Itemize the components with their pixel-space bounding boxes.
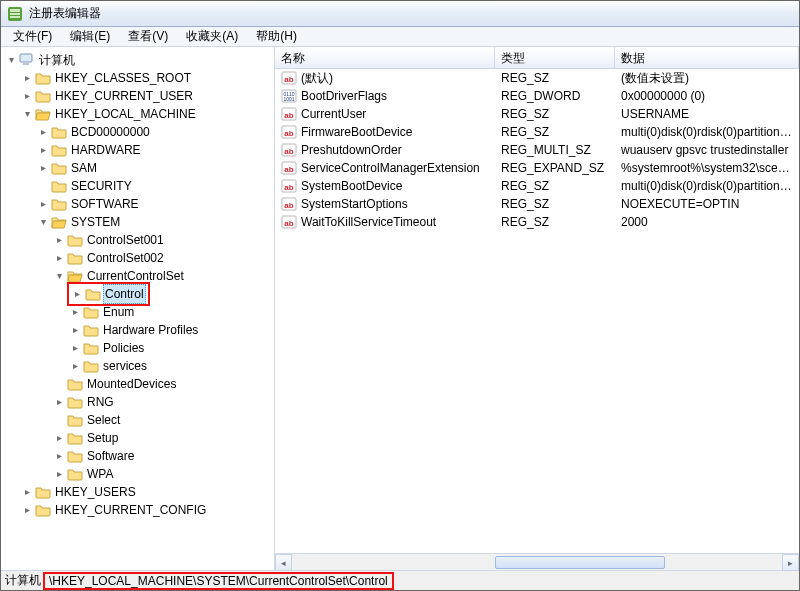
tree-system[interactable]: ▾SYSTEM [37,213,274,231]
tree-label: services [101,357,149,375]
registry-tree: ▾ 计算机 ▸HKEY_CLASSES_ROOT ▸HKEY_CURRENT_U… [5,51,274,519]
folder-icon [83,305,99,319]
scroll-right-button[interactable]: ▸ [782,554,799,571]
expand-icon[interactable]: ▸ [53,432,65,444]
tree-hkcu[interactable]: ▸HKEY_CURRENT_USER [21,87,274,105]
value-type: REG_SZ [495,123,615,141]
svg-rect-1 [10,9,20,12]
tree-label: Enum [101,303,136,321]
value-type: REG_SZ [495,105,615,123]
tree-label: RNG [85,393,116,411]
expand-icon[interactable]: ▸ [53,450,65,462]
expand-icon[interactable]: ▸ [21,90,33,102]
collapse-icon[interactable]: ▾ [21,108,33,120]
column-data[interactable]: 数据 [615,47,799,68]
expand-icon[interactable]: ▸ [53,252,65,264]
expand-icon[interactable]: ▸ [37,126,49,138]
collapse-icon[interactable]: ▾ [53,270,65,282]
expand-icon[interactable]: ▸ [69,306,81,318]
tree-hklm[interactable]: ▾HKEY_LOCAL_MACHINE [21,105,274,123]
tree-security[interactable]: ▸SECURITY [37,177,274,195]
expand-icon[interactable]: ▸ [37,198,49,210]
tree-services[interactable]: ▸services [69,357,274,375]
menu-file[interactable]: 文件(F) [5,27,60,47]
value-row[interactable]: abFirmwareBootDeviceREG_SZmulti(0)disk(0… [275,123,799,141]
value-row[interactable]: abSystemBootDeviceREG_SZmulti(0)disk(0)r… [275,177,799,195]
tree-hkcc[interactable]: ▸HKEY_CURRENT_CONFIG [21,501,274,519]
tree-cs001[interactable]: ▸ControlSet001 [53,231,274,249]
value-type: REG_SZ [495,69,615,87]
tree-hwprof[interactable]: ▸Hardware Profiles [69,321,274,339]
tree-policies[interactable]: ▸Policies [69,339,274,357]
status-path-highlight: \HKEY_LOCAL_MACHINE\SYSTEM\CurrentContro… [43,572,394,590]
expand-icon[interactable]: ▸ [69,342,81,354]
expand-icon[interactable]: ▸ [21,486,33,498]
expand-icon[interactable]: ▸ [21,504,33,516]
folder-icon [51,179,67,193]
expand-icon[interactable]: ▸ [69,360,81,372]
value-row[interactable]: abPreshutdownOrderREG_MULTI_SZwuauserv g… [275,141,799,159]
tree-setup[interactable]: ▸Setup [53,429,274,447]
tree-hkcr[interactable]: ▸HKEY_CLASSES_ROOT [21,69,274,87]
value-row[interactable]: 01101001BootDriverFlagsREG_DWORD0x000000… [275,87,799,105]
value-row[interactable]: abSystemStartOptionsREG_SZ NOEXECUTE=OPT… [275,195,799,213]
tree-control[interactable]: ▸Control [69,285,274,303]
svg-text:ab: ab [284,201,293,210]
value-data: 0x00000000 (0) [615,87,799,105]
scroll-thumb[interactable] [495,556,665,569]
tree-label: SYSTEM [69,213,122,231]
value-data: USERNAME [615,105,799,123]
expand-icon[interactable]: ▸ [37,162,49,174]
tree-software2[interactable]: ▸Software [53,447,274,465]
tree-hku[interactable]: ▸HKEY_USERS [21,483,274,501]
expand-icon[interactable]: ▸ [69,324,81,336]
tree-bcd[interactable]: ▸BCD00000000 [37,123,274,141]
tree-label: Hardware Profiles [101,321,200,339]
expand-icon[interactable]: ▸ [71,288,83,300]
value-name: CurrentUser [301,105,366,123]
value-name: ServiceControlManagerExtension [301,159,480,177]
expand-icon[interactable]: ▸ [37,144,49,156]
collapse-icon[interactable]: ▾ [37,216,49,228]
expand-icon[interactable]: ▸ [53,396,65,408]
value-row[interactable]: abWaitToKillServiceTimeoutREG_SZ2000 [275,213,799,231]
string-value-icon: ab [281,70,297,86]
folder-icon [51,197,67,211]
value-row[interactable]: abCurrentUserREG_SZUSERNAME [275,105,799,123]
tree-select[interactable]: ▸Select [53,411,274,429]
list-pane: 名称 类型 数据 ab(默认)REG_SZ(数值未设置)01101001Boot… [275,47,799,570]
menu-favorites[interactable]: 收藏夹(A) [178,27,246,47]
expand-icon[interactable]: ▸ [21,72,33,84]
string-value-icon: ab [281,106,297,122]
tree-sam[interactable]: ▸SAM [37,159,274,177]
tree-wpa[interactable]: ▸WPA [53,465,274,483]
tree-hardware[interactable]: ▸HARDWARE [37,141,274,159]
expand-icon[interactable]: ▸ [53,468,65,480]
menu-edit[interactable]: 编辑(E) [62,27,118,47]
binary-value-icon: 01101001 [281,88,297,104]
menu-help[interactable]: 帮助(H) [248,27,305,47]
collapse-icon[interactable]: ▾ [5,54,17,66]
menu-view[interactable]: 查看(V) [120,27,176,47]
list-body[interactable]: ab(默认)REG_SZ(数值未设置)01101001BootDriverFla… [275,69,799,553]
tree-pane[interactable]: ▾ 计算机 ▸HKEY_CLASSES_ROOT ▸HKEY_CURRENT_U… [1,47,275,570]
column-name[interactable]: 名称 [275,47,495,68]
value-name: (默认) [301,69,333,87]
tree-cs002[interactable]: ▸ControlSet002 [53,249,274,267]
expand-icon[interactable]: ▸ [53,234,65,246]
title-bar: 注册表编辑器 [1,1,799,27]
tree-rng[interactable]: ▸RNG [53,393,274,411]
scroll-left-button[interactable]: ◂ [275,554,292,571]
tree-mounted[interactable]: ▸MountedDevices [53,375,274,393]
horizontal-scrollbar[interactable]: ◂ ▸ [275,553,799,570]
value-row[interactable]: abServiceControlManagerExtensionREG_EXPA… [275,159,799,177]
list-header: 名称 类型 数据 [275,47,799,69]
tree-software[interactable]: ▸SOFTWARE [37,195,274,213]
string-value-icon: ab [281,178,297,194]
column-type[interactable]: 类型 [495,47,615,68]
value-name: SystemStartOptions [301,195,408,213]
folder-icon [51,143,67,157]
value-data: wuauserv gpsvc trustedinstaller [615,141,799,159]
value-row[interactable]: ab(默认)REG_SZ(数值未设置) [275,69,799,87]
tree-root-computer[interactable]: ▾ 计算机 [5,51,274,69]
